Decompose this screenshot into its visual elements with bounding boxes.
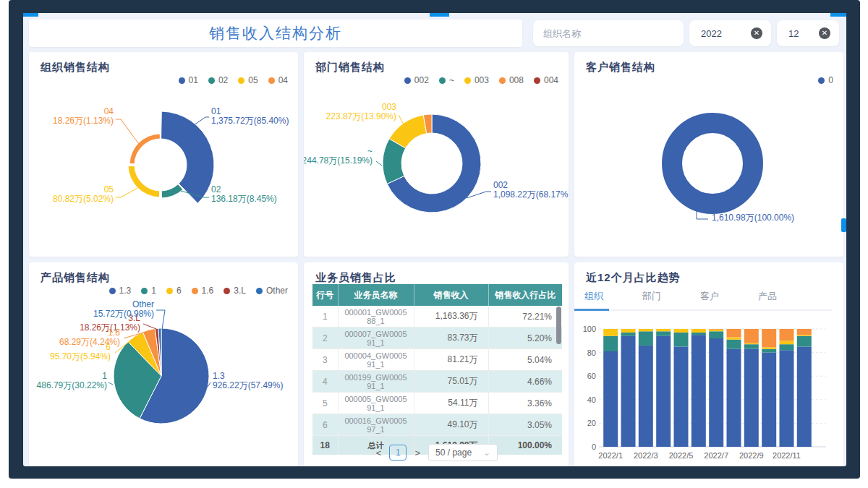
- legend-dot-icon: [534, 77, 540, 84]
- svg-text:05: 05: [104, 184, 114, 194]
- legend-label: 004: [544, 75, 558, 85]
- table-cell: 000016_GW000597_1: [338, 414, 414, 436]
- svg-text:18.26万(1.13%): 18.26万(1.13%): [80, 322, 140, 333]
- legend-item[interactable]: 004: [534, 75, 558, 85]
- svg-text:~: ~: [367, 146, 373, 156]
- page-scrollbar-thumb[interactable]: [841, 218, 846, 232]
- panel-dept-structure: 部门销售结构 002~003008004 0021,098.22万(68.17%…: [304, 52, 569, 257]
- pagination-page-1[interactable]: 1: [389, 445, 407, 461]
- legend-dot-icon: [192, 288, 198, 294]
- svg-text:01: 01: [211, 106, 221, 116]
- legend-label: 1.3: [119, 286, 132, 296]
- table-cell: 4: [312, 371, 338, 393]
- trend-tab-customer[interactable]: 客户: [697, 290, 722, 309]
- customer-donut-chart[interactable]: 01,610.98万(100.00%): [574, 52, 843, 257]
- svg-text:04: 04: [104, 106, 114, 116]
- svg-text:0: 0: [712, 203, 717, 213]
- table-cell: 000001_GW000588_1: [338, 306, 414, 328]
- table-row: 2000007_GW000591_183.73万5.20%: [312, 328, 562, 349]
- panel-product-structure: 产品销售结构 1.3161.63.LOther 1.3926.22万(57.49…: [29, 262, 298, 466]
- svg-text:2022/5: 2022/5: [669, 451, 694, 460]
- table-row: 6000016_GW000597_149.10万3.05%: [312, 414, 562, 436]
- legend-dot-icon: [268, 77, 275, 84]
- legend-item[interactable]: 01: [179, 75, 198, 85]
- svg-text:003: 003: [382, 102, 396, 112]
- legend-label: 3.L: [234, 286, 246, 296]
- org-name-input[interactable]: [533, 28, 684, 39]
- top-accent-center: [430, 13, 449, 17]
- table-scrollbar-thumb[interactable]: [556, 307, 561, 344]
- dashboard-content: 销售收入结构分析 2022 ✕ 12 ✕ 组织销售结构 01020504 011…: [23, 13, 846, 466]
- legend-item[interactable]: 1.6: [192, 286, 214, 296]
- table-cell: 4.66%: [488, 371, 562, 393]
- legend-label: 1: [151, 286, 156, 296]
- svg-text:223.87万(13.90%): 223.87万(13.90%): [326, 111, 396, 121]
- clear-year-icon[interactable]: ✕: [751, 27, 762, 39]
- table-column-header: 销售收入行占比: [488, 284, 562, 306]
- svg-text:2022/11: 2022/11: [773, 451, 801, 460]
- trend-tab-dept[interactable]: 部门: [639, 290, 664, 309]
- clear-month-icon[interactable]: ✕: [819, 27, 830, 39]
- legend-dot-icon: [166, 288, 173, 294]
- product-legend: 1.3161.63.LOther: [109, 286, 288, 296]
- legend-item[interactable]: Other: [256, 286, 288, 296]
- svg-text:02: 02: [211, 184, 221, 194]
- page-size-select[interactable]: 50 / page ⌄: [428, 444, 498, 461]
- page-title-card: 销售收入结构分析: [29, 20, 522, 47]
- svg-text:68.29万(4.24%): 68.29万(4.24%): [59, 337, 120, 347]
- legend-item[interactable]: 04: [268, 75, 288, 85]
- legend-item[interactable]: 3.L: [224, 286, 246, 296]
- svg-text:2022/9: 2022/9: [739, 451, 764, 460]
- year-filter-value: 2022: [689, 28, 751, 39]
- legend-label: ~: [449, 75, 454, 85]
- legend-label: 1.6: [202, 286, 214, 296]
- legend-label: 0: [828, 75, 833, 85]
- table-cell: 49.10万: [414, 414, 488, 436]
- month-filter[interactable]: 12 ✕: [777, 20, 839, 46]
- table-row: 1000001_GW000588_11,163.36万72.21%: [312, 306, 562, 328]
- chevron-down-icon: ⌄: [483, 449, 490, 456]
- legend-item[interactable]: 1.3: [109, 286, 132, 296]
- legend-item[interactable]: 6: [166, 286, 182, 296]
- table-cell: 81.21万: [414, 349, 488, 371]
- legend-dot-icon: [179, 77, 185, 84]
- org-name-filter[interactable]: [533, 20, 684, 46]
- legend-item[interactable]: 02: [208, 75, 228, 85]
- legend-label: 01: [189, 75, 198, 85]
- legend-dot-icon: [499, 77, 506, 84]
- trend-tab-product[interactable]: 产品: [755, 290, 780, 309]
- svg-text:1,610.98万(100.00%): 1,610.98万(100.00%): [712, 213, 794, 223]
- legend-label: Other: [266, 286, 288, 296]
- table-cell: 54.11万: [414, 393, 488, 414]
- table-row: 5000005_GW000591_154.11万3.36%: [312, 393, 562, 414]
- legend-item[interactable]: 0: [818, 75, 833, 85]
- panel-title: 近12个月占比趋势: [586, 271, 681, 285]
- trend-tab-org[interactable]: 组织: [582, 290, 606, 309]
- legend-item[interactable]: 002: [404, 75, 429, 85]
- panel-trend: 近12个月占比趋势 组织部门客户产品 0204060801002022/1202…: [574, 262, 843, 466]
- table-column-header: 销售收入: [414, 284, 488, 306]
- svg-text:80.82万(5.02%): 80.82万(5.02%): [53, 194, 114, 204]
- year-filter[interactable]: 2022 ✕: [689, 20, 771, 46]
- legend-item[interactable]: ~: [439, 75, 454, 85]
- top-accent-left: [23, 13, 38, 17]
- table-cell: 6: [312, 414, 338, 436]
- legend-item[interactable]: 1: [141, 286, 156, 296]
- pagination-prev-button[interactable]: <: [375, 448, 383, 458]
- svg-text:244.78万(15.19%): 244.78万(15.19%): [304, 155, 373, 166]
- legend-item[interactable]: 05: [238, 75, 258, 85]
- table-cell: 2: [312, 328, 338, 349]
- svg-text:002: 002: [493, 180, 508, 190]
- table-cell: 1: [312, 306, 338, 328]
- svg-text:486.79万(30.22%): 486.79万(30.22%): [37, 380, 107, 390]
- panel-title: 组织销售结构: [41, 61, 110, 74]
- legend-label: 008: [509, 75, 524, 85]
- svg-text:60: 60: [587, 372, 596, 380]
- legend-item[interactable]: 003: [464, 75, 489, 85]
- table-cell: 5.04%: [488, 349, 562, 371]
- pagination-next-button[interactable]: >: [413, 448, 422, 458]
- legend-dot-icon: [109, 288, 116, 294]
- legend-item[interactable]: 008: [499, 75, 524, 85]
- svg-text:95.70万(5.94%): 95.70万(5.94%): [50, 351, 111, 361]
- table-cell: 3: [312, 349, 338, 371]
